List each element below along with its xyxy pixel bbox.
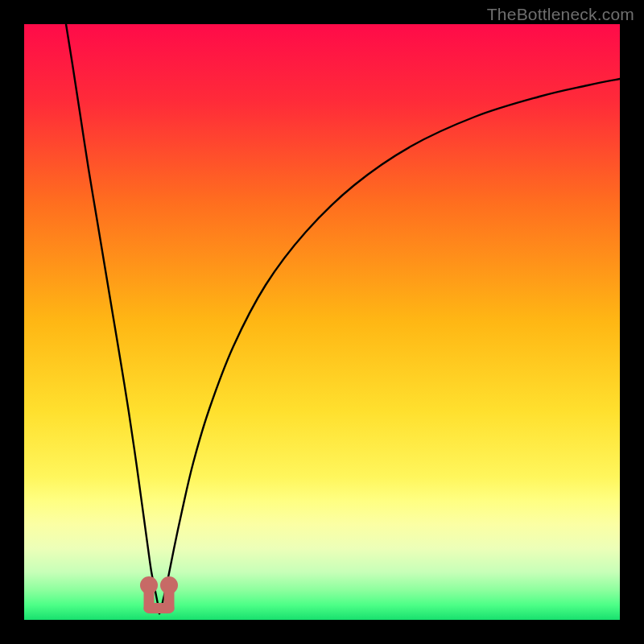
chart-frame: TheBottleneck.com: [0, 0, 644, 644]
curve-layer: [24, 24, 620, 620]
curve-left-branch: [66, 24, 159, 613]
optimum-u-marker: [140, 576, 178, 613]
curve-right-branch: [159, 79, 620, 613]
plot-area: [24, 24, 620, 620]
svg-rect-5: [144, 603, 175, 613]
watermark-text: TheBottleneck.com: [487, 5, 634, 24]
